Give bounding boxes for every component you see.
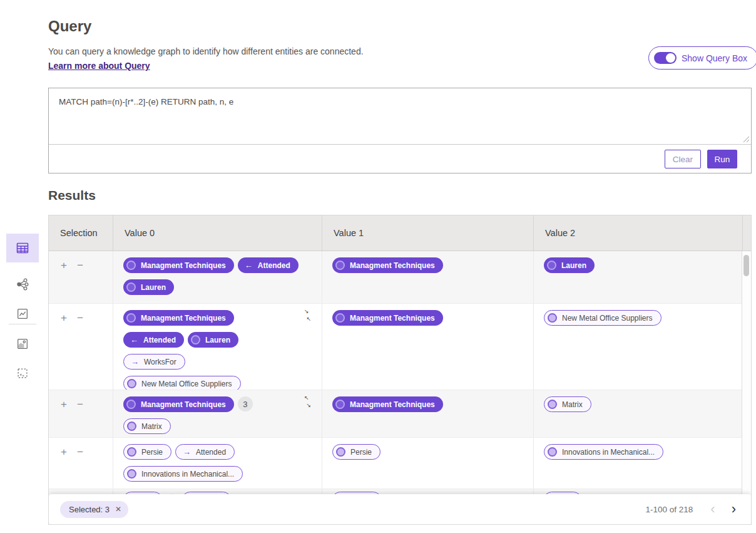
value-cell: Managment Techniques (322, 390, 534, 437)
add-selection-button[interactable]: + (61, 400, 67, 409)
count-badge: 3 (238, 396, 253, 411)
node-pill[interactable]: Matrix (123, 418, 171, 434)
next-page-button[interactable]: › (728, 502, 740, 516)
expand-icon[interactable]: ↘↖ (302, 309, 313, 322)
pill-label: Managment Techniques (350, 314, 435, 323)
pill-label: New Metal Office Suppliers (562, 314, 653, 323)
selection-cell: +− (49, 304, 113, 390)
pill-label: Attended (196, 448, 226, 457)
edge-pill[interactable]: ←Attended (238, 257, 299, 273)
clear-button[interactable]: Clear (665, 150, 701, 168)
node-pill[interactable]: New Metal Office Suppliers (123, 376, 241, 390)
remove-selection-button[interactable]: − (77, 448, 83, 457)
sidebar-divider (9, 324, 36, 324)
value-cell: Managment Techniques (322, 251, 534, 303)
close-icon[interactable]: ✕ (115, 505, 121, 514)
expand-arrow-icon: ↖ (304, 395, 309, 401)
sidebar-item-map-view[interactable] (6, 329, 39, 358)
toggle-switch-icon[interactable] (654, 52, 677, 64)
add-selection-button[interactable]: + (61, 261, 67, 270)
node-pill[interactable]: Lauren (544, 257, 595, 273)
query-panel: MATCH path=(n)-[r*..2]-(e) RETURN path, … (48, 88, 752, 173)
toggle-label: Show Query Box (682, 53, 747, 63)
pill-label: Managment Techniques (141, 314, 226, 323)
pill-label: WorksFor (144, 358, 176, 366)
learn-more-link[interactable]: Learn more about Query (48, 61, 150, 71)
sidebar-item-graph-view[interactable] (6, 270, 39, 299)
column-header-gap (743, 215, 752, 251)
arrow-left-icon: ← (245, 261, 253, 269)
arrow-left-icon: ← (130, 336, 138, 344)
pill-label: Matrix (562, 400, 583, 409)
node-circle-icon (127, 469, 136, 479)
vertical-scrollbar[interactable] (742, 251, 751, 524)
add-selection-button[interactable]: + (61, 314, 67, 323)
pill-label: Innovations in Mechanical... (141, 470, 234, 479)
toggle-knob (666, 53, 675, 63)
prev-page-button[interactable]: ‹ (707, 502, 718, 516)
node-circle-icon (548, 447, 557, 457)
value-cell: New Metal Office Suppliers (534, 304, 742, 390)
edge-pill[interactable]: →WorksFor (123, 354, 185, 370)
node-circle-icon (548, 313, 557, 323)
show-query-box-toggle[interactable]: Show Query Box (648, 46, 756, 70)
sidebar-item-table-view[interactable] (6, 234, 39, 262)
table-header: Selection Value 0 Value 1 Value 2 (49, 215, 751, 251)
column-header-value0[interactable]: Value 0 (113, 215, 322, 251)
run-button[interactable]: Run (707, 150, 737, 168)
table-footer: Selected: 3 ✕ 1-100 of 218 ‹ › (49, 494, 751, 524)
node-pill[interactable]: Managment Techniques (123, 310, 234, 326)
column-header-value1[interactable]: Value 1 (322, 215, 534, 251)
node-pill[interactable]: Matrix (544, 396, 591, 412)
edge-pill[interactable]: ←Attended (123, 332, 184, 348)
table-row: +−Managment Techniques←AttendedLauren→Wo… (49, 304, 742, 390)
value-cell: Persie (322, 438, 534, 489)
node-pill[interactable]: Innovations in Mechanical... (544, 444, 663, 460)
expand-icon[interactable]: ↖↘ (302, 395, 313, 408)
remove-selection-button[interactable]: − (77, 261, 83, 270)
remove-selection-button[interactable]: − (77, 400, 83, 409)
pill-label: Managment Techniques (141, 400, 226, 409)
table-row: +−Managment Techniques3Matrix↖↘Managment… (49, 390, 742, 438)
node-pill[interactable]: Persie (332, 444, 381, 460)
node-pill[interactable]: Lauren (188, 332, 238, 348)
sidebar-item-select-view[interactable] (6, 359, 39, 388)
remove-selection-button[interactable]: − (77, 314, 83, 323)
pill-label: New Metal Office Suppliers (141, 380, 232, 388)
pill-label: Lauren (561, 261, 586, 270)
select-view-icon (16, 366, 29, 380)
scrollbar-thumb[interactable] (743, 255, 749, 276)
node-circle-icon (126, 282, 136, 292)
node-pill[interactable]: Innovations in Mechanical... (123, 466, 243, 482)
arrow-right-icon: → (183, 448, 191, 456)
node-pill[interactable]: Persie (123, 444, 171, 460)
pill-label: Managment Techniques (350, 261, 435, 270)
node-pill[interactable]: Managment Techniques (123, 257, 234, 273)
results-table: Selection Value 0 Value 1 Value 2 +−Mana… (48, 215, 752, 525)
selected-chip[interactable]: Selected: 3 ✕ (60, 501, 128, 518)
value-cell: Matrix (534, 390, 742, 437)
page-info: 1-100 of 218 (646, 505, 693, 514)
resize-grip-icon[interactable] (743, 136, 750, 143)
node-pill[interactable]: Managment Techniques (332, 396, 443, 412)
node-circle-icon (335, 261, 345, 270)
pill-label: Lauren (141, 283, 166, 292)
column-header-value2[interactable]: Value 2 (534, 215, 743, 251)
arrow-right-icon: → (131, 358, 139, 366)
node-pill[interactable]: Managment Techniques (332, 257, 443, 273)
edge-pill[interactable]: →Attended (175, 444, 235, 460)
map-view-icon (16, 337, 29, 351)
add-selection-button[interactable]: + (61, 448, 67, 457)
node-circle-icon (336, 447, 345, 457)
node-pill[interactable]: New Metal Office Suppliers (544, 310, 662, 326)
selection-cell: +− (49, 390, 113, 437)
node-pill[interactable]: Managment Techniques (332, 310, 443, 326)
table-row: +−Managment Techniques←AttendedLaurenMan… (49, 251, 742, 304)
query-input[interactable]: MATCH path=(n)-[r*..2]-(e) RETURN path, … (49, 88, 751, 144)
value-cell: Managment Techniques←AttendedLauren→Work… (113, 304, 322, 390)
column-header-selection[interactable]: Selection (49, 215, 113, 251)
node-circle-icon (127, 422, 136, 431)
node-pill[interactable]: Lauren (123, 279, 174, 295)
node-pill[interactable]: Managment Techniques (123, 396, 234, 412)
node-circle-icon (191, 335, 200, 344)
